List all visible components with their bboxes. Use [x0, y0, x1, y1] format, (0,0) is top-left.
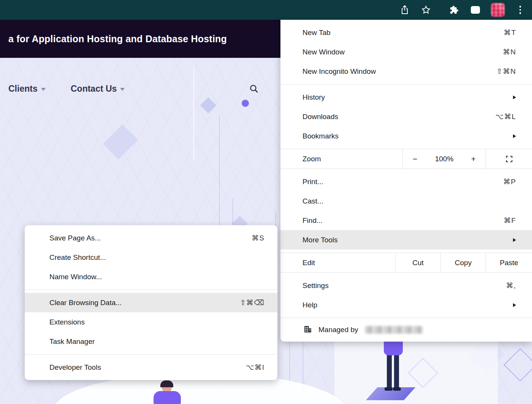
- menu-item-task-manager[interactable]: Task Manager: [25, 332, 277, 351]
- menu-section-managed: Managed by: [280, 318, 532, 342]
- side-panel-icon[interactable]: [470, 4, 481, 16]
- organization-building-icon: [303, 325, 312, 335]
- edit-cut-button[interactable]: Cut: [395, 253, 440, 272]
- menu-item-label: Find...: [302, 216, 504, 225]
- menu-item-shortcut: ⌘P: [503, 177, 516, 186]
- menu-item-settings[interactable]: Settings ⌘,: [280, 276, 532, 295]
- bookmark-star-icon[interactable]: [420, 4, 432, 16]
- site-nav-clients[interactable]: Clients: [8, 84, 46, 94]
- menu-item-extensions[interactable]: Extensions: [25, 312, 277, 332]
- menu-item-label: Name Window...: [49, 273, 264, 281]
- edit-copy-button[interactable]: Copy: [440, 253, 486, 272]
- menu-item-label: Bookmarks: [302, 132, 513, 140]
- menu-item-shortcut: ⇧⌘N: [496, 67, 516, 76]
- menu-section-page-actions: Print... ⌘P Cast... Find... ⌘F More Tool…: [280, 169, 532, 253]
- menu-item-shortcut: ⌘N: [503, 48, 516, 56]
- zoom-out-button[interactable]: −: [413, 154, 417, 164]
- submenu-section-developer: Developer Tools ⌥⌘I: [25, 354, 277, 380]
- managed-by-item[interactable]: Managed by: [280, 318, 532, 342]
- edit-label: Edit: [302, 259, 395, 267]
- menu-item-label: Cast...: [302, 197, 516, 205]
- decor-circle: [242, 100, 249, 107]
- menu-item-save-page-as[interactable]: Save Page As... ⌘S: [25, 228, 277, 248]
- menu-item-label: More Tools: [302, 236, 513, 244]
- menu-item-more-tools[interactable]: More Tools: [280, 230, 532, 250]
- menu-item-print[interactable]: Print... ⌘P: [280, 172, 532, 191]
- managed-by-label: Managed by: [318, 326, 358, 334]
- menu-item-label: Task Manager: [49, 337, 264, 346]
- submenu-arrow-icon: [513, 303, 516, 307]
- menu-item-label: History: [302, 93, 513, 102]
- browser-menu-icon[interactable]: [515, 4, 526, 16]
- menu-item-label: Settings: [302, 282, 506, 290]
- menu-item-new-incognito-window[interactable]: New Incognito Window ⇧⌘N: [280, 62, 532, 81]
- decor-diamond-outline: [504, 348, 532, 382]
- menu-item-label: Help: [302, 301, 513, 309]
- menu-item-label: New Window: [302, 48, 503, 56]
- menu-section-zoom: Zoom − 100% +: [280, 149, 532, 169]
- toolbar-icons: [399, 3, 526, 17]
- search-icon[interactable]: [249, 84, 259, 95]
- zoom-label: Zoom: [302, 155, 402, 163]
- submenu-arrow-icon: [513, 95, 516, 99]
- site-nav-clients-label: Clients: [8, 84, 38, 94]
- menu-item-history[interactable]: History: [280, 87, 532, 107]
- chevron-down-icon: [120, 88, 125, 91]
- menu-item-label: Downloads: [302, 113, 496, 121]
- zoom-in-button[interactable]: +: [471, 154, 476, 164]
- menu-item-create-shortcut[interactable]: Create Shortcut...: [25, 248, 277, 267]
- menu-item-new-window[interactable]: New Window ⌘N: [280, 42, 532, 62]
- menu-item-shortcut: ⌘F: [504, 216, 516, 225]
- menu-section-tabs: New Tab ⌘T New Window ⌘N New Incognito W…: [280, 20, 532, 84]
- menu-item-developer-tools[interactable]: Developer Tools ⌥⌘I: [25, 358, 277, 377]
- menu-item-new-tab[interactable]: New Tab ⌘T: [280, 23, 532, 42]
- fullscreen-button[interactable]: [486, 149, 532, 169]
- menu-item-shortcut: ⌘S: [252, 234, 264, 242]
- menu-item-label: Developer Tools: [49, 363, 246, 372]
- menu-item-label: Save Page As...: [49, 234, 252, 242]
- menu-item-help[interactable]: Help: [280, 295, 532, 315]
- zoom-controls: − 100% +: [402, 149, 486, 169]
- browser-main-menu: New Tab ⌘T New Window ⌘N New Incognito W…: [280, 20, 532, 342]
- menu-item-label: Create Shortcut...: [49, 253, 264, 262]
- menu-item-shortcut: ⌘,: [506, 281, 516, 290]
- menu-item-name-window[interactable]: Name Window...: [25, 267, 277, 286]
- menu-section-settings: Settings ⌘, Help: [280, 272, 532, 318]
- three-dots-glyph: [519, 6, 521, 14]
- menu-item-label: Print...: [302, 178, 503, 186]
- menu-item-label: New Tab: [302, 29, 504, 37]
- menu-item-shortcut: ⇧⌘⌫: [240, 298, 264, 307]
- share-icon[interactable]: [399, 4, 410, 16]
- menu-item-zoom: Zoom − 100% +: [280, 149, 532, 169]
- decor-vertical-divider: [193, 67, 194, 160]
- submenu-arrow-icon: [513, 134, 516, 138]
- decor-diamond: [103, 124, 138, 159]
- submenu-section-tools: Clear Browsing Data... ⇧⌘⌫ Extensions Ta…: [25, 289, 277, 354]
- zoom-level-value: 100%: [435, 155, 454, 163]
- menu-item-shortcut: ⌥⌘L: [496, 112, 516, 121]
- menu-item-bookmarks[interactable]: Bookmarks: [280, 126, 532, 146]
- chevron-down-icon: [41, 88, 46, 91]
- menu-item-edit: Edit Cut Copy Paste: [280, 253, 532, 272]
- managed-by-blurred-text: [365, 326, 423, 334]
- more-tools-submenu: Save Page As... ⌘S Create Shortcut... Na…: [25, 225, 277, 380]
- menu-item-clear-browsing-data[interactable]: Clear Browsing Data... ⇧⌘⌫: [25, 293, 277, 312]
- menu-item-label: Clear Browsing Data...: [49, 299, 240, 307]
- menu-item-find[interactable]: Find... ⌘F: [280, 211, 532, 230]
- submenu-section-page: Save Page As... ⌘S Create Shortcut... Na…: [25, 225, 277, 289]
- browser-toolbar: [0, 0, 532, 20]
- promo-banner-text: a for Application Hosting and Database H…: [8, 33, 227, 45]
- site-nav-contact-us[interactable]: Contact Us: [71, 84, 125, 94]
- extensions-icon[interactable]: [448, 4, 460, 16]
- edit-paste-button[interactable]: Paste: [486, 253, 532, 272]
- menu-item-downloads[interactable]: Downloads ⌥⌘L: [280, 107, 532, 126]
- site-nav-contact-label: Contact Us: [71, 84, 117, 94]
- menu-item-shortcut: ⌥⌘I: [246, 363, 264, 372]
- illustration-person-partial: [147, 380, 189, 404]
- menu-item-cast[interactable]: Cast...: [280, 191, 532, 211]
- submenu-arrow-icon: [513, 238, 516, 242]
- profile-avatar[interactable]: [491, 3, 505, 17]
- menu-item-shortcut: ⌘T: [504, 28, 516, 37]
- menu-item-label: Extensions: [49, 318, 264, 326]
- menu-section-history: History Downloads ⌥⌘L Bookmarks: [280, 84, 532, 149]
